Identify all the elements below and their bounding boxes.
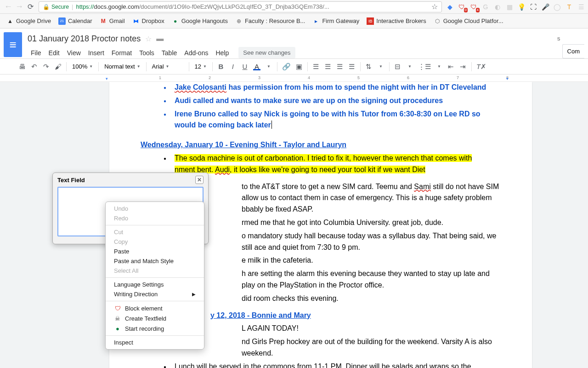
blue-bullet-1[interactable]: Jake Colosanti has permission from his m… bbox=[164, 82, 501, 93]
menu-file[interactable]: File bbox=[28, 47, 45, 58]
clear-formatting-button[interactable]: T✗ bbox=[475, 61, 488, 72]
font-size-select[interactable]: 12▼ bbox=[192, 61, 209, 72]
dialog-close-button[interactable]: ✕ bbox=[195, 176, 204, 184]
zoom-select[interactable]: 100%▼ bbox=[69, 61, 96, 72]
menu-format[interactable]: Format bbox=[108, 47, 135, 58]
text-color-button[interactable]: A bbox=[251, 61, 262, 72]
url-text: https://docs.google.com/document/d/1O9Io… bbox=[76, 3, 329, 10]
menu-tools[interactable]: Tools bbox=[136, 47, 158, 58]
bookmark-firm[interactable]: ▸Firm Gateway bbox=[310, 16, 362, 27]
line-spacing-button[interactable]: ⇅ bbox=[363, 61, 374, 72]
text-color-caret[interactable]: ▼ bbox=[263, 61, 274, 72]
calendar-icon: 21 bbox=[58, 17, 66, 25]
ext-icon-1[interactable]: ◆ bbox=[446, 3, 454, 11]
cm-undo[interactable]: Undo bbox=[106, 204, 204, 213]
bookmark-gmail[interactable]: MGmail bbox=[97, 16, 128, 27]
line-spacing-caret[interactable]: ▼ bbox=[375, 61, 386, 72]
decrease-indent-button[interactable]: ⇤ bbox=[446, 61, 457, 72]
ext-icon-mic[interactable]: 🎤 bbox=[541, 3, 549, 11]
ext-icon-4[interactable]: G bbox=[481, 3, 490, 11]
menu-view[interactable]: View bbox=[64, 47, 84, 58]
redo-button[interactable]: ↷ bbox=[40, 61, 51, 72]
ext-icon-5[interactable]: ◐ bbox=[493, 3, 502, 11]
align-justify-button[interactable]: ☰ bbox=[346, 61, 357, 72]
forward-button[interactable]: → bbox=[14, 1, 25, 12]
toolbar: 🖶 ↶ ↷ 🖌 100%▼ Normal text▼ Arial▼ 12▼ B … bbox=[0, 58, 588, 75]
blue-bullet-3[interactable]: Irene Bruno called to say Nick is going … bbox=[164, 109, 501, 132]
bookmark-dropbox[interactable]: ⧓Dropbox bbox=[130, 16, 167, 27]
cm-redo[interactable]: Redo bbox=[106, 213, 204, 223]
cm-paste[interactable]: Paste bbox=[106, 247, 204, 256]
bookmark-gcp[interactable]: ⬡Google Cloud Platfor... bbox=[431, 16, 506, 27]
cm-select-all[interactable]: Select All bbox=[106, 266, 204, 276]
print-button[interactable]: 🖶 bbox=[17, 61, 28, 72]
cm-block-element[interactable]: 🛡Block element bbox=[106, 303, 204, 313]
menu-addons[interactable]: Add-ons bbox=[181, 47, 211, 58]
ext-icon-10[interactable]: T bbox=[565, 3, 573, 11]
reload-button[interactable]: ⟳ bbox=[25, 1, 36, 12]
italic-button[interactable]: I bbox=[227, 61, 238, 72]
cm-cut[interactable]: Cut bbox=[106, 227, 204, 237]
dropbox-icon: ⧓ bbox=[132, 17, 140, 25]
back-button[interactable]: ← bbox=[3, 1, 14, 12]
cm-writing-dir[interactable]: Writing Direction▶ bbox=[106, 289, 204, 299]
numbered-list-button[interactable]: ⊟ bbox=[392, 61, 403, 72]
underline-button[interactable]: U bbox=[239, 61, 250, 72]
bold-button[interactable]: B bbox=[215, 61, 226, 72]
menu-help[interactable]: Help bbox=[212, 47, 232, 58]
paint-format-button[interactable]: 🖌 bbox=[52, 61, 63, 72]
document-title[interactable]: 01 January 2018 Proctor notes bbox=[28, 34, 141, 44]
align-center-button[interactable]: ☰ bbox=[322, 61, 334, 72]
bulleted-list-button[interactable]: ⋮☰ bbox=[416, 61, 433, 72]
ext-icon-11[interactable]: ☰ bbox=[577, 3, 585, 11]
bookmark-faculty[interactable]: ⊕Faculty : Resource B... bbox=[232, 16, 308, 27]
cm-paste-match[interactable]: Paste and Match Style bbox=[106, 256, 204, 266]
menu-edit[interactable]: Edit bbox=[45, 47, 63, 58]
menu-insert[interactable]: Insert bbox=[85, 47, 107, 58]
menu-table[interactable]: Table bbox=[158, 47, 180, 58]
star-icon[interactable]: ☆ bbox=[145, 34, 152, 43]
comment-button[interactable]: ▣ bbox=[294, 61, 305, 72]
black-bullet-hl[interactable]: The soda machine is out of carbonation. … bbox=[164, 153, 501, 176]
docs-logo-icon[interactable]: ≡ bbox=[4, 32, 22, 57]
align-left-button[interactable]: ☰ bbox=[311, 61, 322, 72]
ext-icon-9[interactable]: ◯ bbox=[553, 3, 561, 11]
ext-icon-7[interactable]: 💡 bbox=[517, 3, 526, 11]
cm-start-recording[interactable]: ●Start recording bbox=[106, 323, 204, 334]
cm-inspect[interactable]: Inspect bbox=[106, 338, 204, 347]
cm-copy[interactable]: Copy bbox=[106, 237, 204, 247]
ext-icon-fullscreen[interactable]: ⛶ bbox=[529, 3, 537, 11]
bookmark-hangouts[interactable]: ●Google Hangouts bbox=[169, 16, 231, 27]
ext-icon-3[interactable]: 🛡4 bbox=[469, 3, 478, 11]
lock-icon: 🔒 bbox=[43, 4, 50, 10]
ext-icon-ublock[interactable]: 🛡0 bbox=[458, 3, 466, 11]
docs-header: ≡ 01 January 2018 Proctor notes ☆ ▬ File… bbox=[0, 29, 588, 58]
nl-caret[interactable]: ▼ bbox=[404, 61, 415, 72]
comments-button[interactable]: Com bbox=[562, 44, 584, 58]
hangouts-icon: ● bbox=[172, 17, 179, 25]
date-header-1[interactable]: Wednesday, January 10 - Evening Shift - … bbox=[141, 139, 501, 151]
url-bar[interactable]: 🔒 Secure | https://docs.google.com/docum… bbox=[39, 1, 442, 12]
ruler-marker-right[interactable]: ▾ bbox=[506, 76, 511, 81]
see-new-changes[interactable]: See new changes bbox=[238, 47, 295, 58]
bookmark-drive[interactable]: ▲Google Drive bbox=[4, 16, 54, 27]
ext-icon-6[interactable]: ▦ bbox=[505, 3, 514, 11]
folder-icon[interactable]: ▬ bbox=[156, 34, 164, 43]
blue-bullet-2[interactable]: Audi called and wants to make sure we ar… bbox=[164, 95, 501, 107]
undo-button[interactable]: ↶ bbox=[28, 61, 40, 72]
style-select[interactable]: Normal text▼ bbox=[102, 61, 143, 72]
extension-icons: ◆ 🛡0 🛡4 G ◐ ▦ 💡 ⛶ 🎤 ◯ T ☰ bbox=[446, 3, 585, 11]
bookmark-calendar[interactable]: 21Calendar bbox=[56, 16, 95, 27]
item2-3[interactable]: Lunch will be served in the commons from… bbox=[164, 361, 501, 368]
align-right-button[interactable]: ☰ bbox=[334, 61, 345, 72]
bookmark-star-icon[interactable]: ☆ bbox=[431, 2, 438, 11]
bl-caret[interactable]: ▼ bbox=[434, 61, 445, 72]
cm-create-textfield[interactable]: ☠Create Textfield bbox=[106, 313, 204, 323]
cm-language[interactable]: Language Settings bbox=[106, 280, 204, 289]
link-button[interactable]: 🔗 bbox=[280, 61, 293, 72]
increase-indent-button[interactable]: ⇥ bbox=[458, 61, 469, 72]
bookmark-ib[interactable]: IBInteractive Brokers bbox=[364, 16, 429, 27]
font-select[interactable]: Arial▼ bbox=[149, 61, 186, 72]
ruler-marker-left[interactable]: ▾ bbox=[106, 76, 110, 81]
secure-indicator: 🔒 Secure bbox=[43, 4, 69, 10]
